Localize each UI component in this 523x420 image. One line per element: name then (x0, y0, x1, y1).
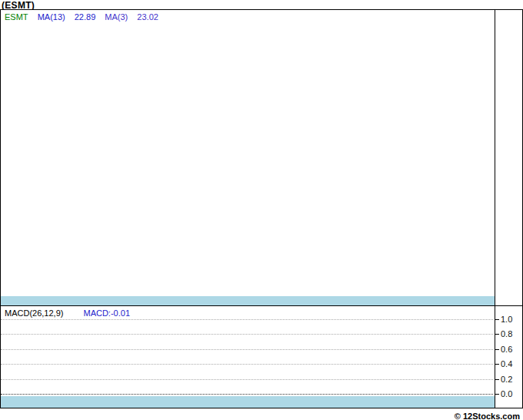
axis-tick-row: 0.4 (495, 359, 512, 368)
axis-tick-label: 0.8 (501, 329, 512, 338)
axis-tick-row: 0.2 (495, 375, 512, 384)
gridline-0-8 (1, 334, 493, 335)
axis-tick-mark (495, 319, 499, 320)
volume-band (1, 296, 495, 305)
gridline-0-2 (1, 379, 493, 380)
macd-value-label: MACD:-0.01 (83, 308, 130, 318)
axis-tick-mark (495, 349, 499, 350)
axis-tick-row: 1.0 (495, 315, 512, 324)
ma3-label: MA(3) (105, 12, 128, 22)
macd-bottom-band (1, 396, 495, 408)
price-plot-area: ESMT MA(13) 22.89 MA(3) 23.02 (1, 10, 495, 305)
axis-tick-mark (495, 394, 499, 395)
copyright-label: © 12Stocks.com (455, 412, 521, 420)
axis-tick-row: 0.0 (495, 389, 512, 398)
axis-tick-row: 0.6 (495, 345, 512, 354)
price-axis-column (495, 10, 522, 305)
gridline-1-0 (1, 319, 493, 320)
macd-legend: MACD(26,12,9) MACD:-0.01 (5, 308, 137, 318)
gridline-0-6 (1, 349, 493, 350)
axis-tick-mark (495, 334, 499, 335)
axis-tick-label: 1.0 (501, 315, 512, 324)
macd-axis-column: 1.0 0.8 0.6 0.4 0.2 0.0 (495, 306, 522, 408)
axis-tick-row: 0.8 (495, 329, 512, 338)
footer: © 12Stocks.com (0, 408, 521, 420)
ticker-symbol-label: ESMT (5, 12, 28, 22)
axis-tick-mark (495, 364, 499, 365)
price-legend: ESMT MA(13) 22.89 MA(3) 23.02 (5, 12, 165, 22)
axis-tick-label: 0.0 (501, 389, 512, 398)
gridline-zero (1, 394, 493, 395)
axis-tick-label: 0.6 (501, 345, 512, 354)
macd-plot-area: MACD(26,12,9) MACD:-0.01 (1, 306, 495, 408)
ma13-value: 22.89 (75, 12, 96, 22)
macd-params-label: MACD(26,12,9) (5, 308, 63, 318)
price-chart-panel: ESMT MA(13) 22.89 MA(3) 23.02 (0, 9, 523, 306)
axis-tick-label: 0.2 (501, 375, 512, 384)
axis-tick-label: 0.4 (501, 359, 512, 368)
ma13-label: MA(13) (38, 12, 65, 22)
ma3-value: 23.02 (137, 12, 158, 22)
gridline-0-4 (1, 364, 493, 365)
axis-tick-mark (495, 379, 499, 380)
macd-chart-panel: MACD(26,12,9) MACD:-0.01 1.0 0.8 0.6 0.4 (0, 306, 523, 408)
